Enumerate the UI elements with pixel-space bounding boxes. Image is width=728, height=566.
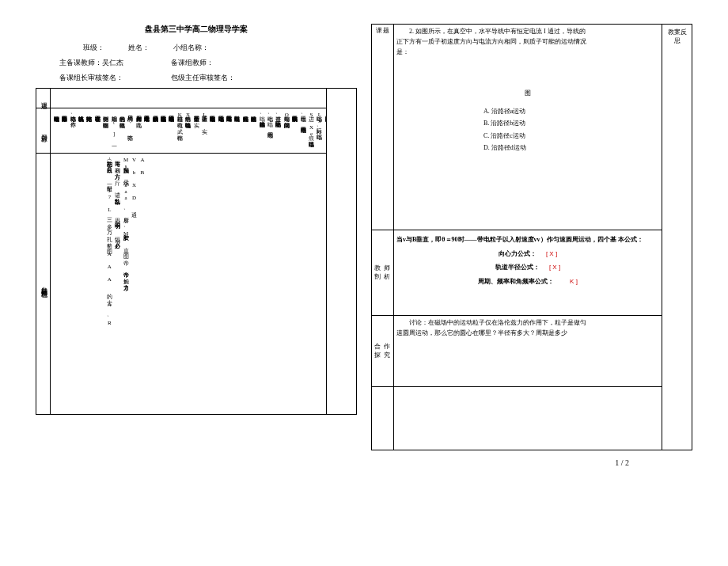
meta-row-1: 班级： 姓名： 小组名称： bbox=[36, 43, 357, 53]
hezuo-line: 速圆周运动，那么它的圆心在哪里？半径有多大？周期是多少 bbox=[396, 329, 567, 336]
zixue-label-cell: 自学基础知识梳理 bbox=[36, 154, 51, 415]
page-number: 1 / 2 bbox=[371, 458, 692, 467]
meta-row-2: 主备课教师：吴仁杰 备课组教师： bbox=[36, 58, 357, 68]
left-table: 课题 学习目标 嗡嗡做做速做唰 嗡嗡影影素影圆分 嗡嗡赤赤、作赤、 维嗡轨轨轨力… bbox=[36, 88, 357, 415]
zixue-col: 带下与与 右朔 方方方 斤 、谴 乱乱乱汕 m 思 明明明明M 恒 必必必M bbox=[114, 157, 120, 245]
blank-label-cell bbox=[372, 387, 394, 450]
option-c: C. 沿路径c运动 bbox=[483, 130, 659, 142]
left-page: 盘县第三中学高二物理导学案 班级： 姓名： 小组名称： 主备课教师：吴仁杰 备课… bbox=[36, 24, 357, 558]
field-zhubei: 主备课教师：吴仁杰 bbox=[59, 58, 123, 68]
formula-value: K ] bbox=[570, 278, 578, 285]
zixue-col: V b X D 通 bbox=[131, 157, 137, 207]
zixue-col: 陀（初初左〉，且且向 M 是一时 J7 L三 多 万 扎 貉 图 A A A 的… bbox=[106, 157, 112, 326]
mubiao-col: 周作作和对到束 几嗡 bbox=[135, 112, 142, 118]
hezuo-label-cell: 合 作 探 究 bbox=[372, 316, 394, 387]
mubiao-col: 解动电X嗡验做嗡嗡 bbox=[184, 112, 191, 118]
formula-value: [ X ] bbox=[549, 264, 560, 271]
meta-row-3: 备课组长审核签名： 包级主任审核签名： bbox=[36, 73, 357, 83]
mubiao-col: 嗡嗡赤赤、作赤、 bbox=[70, 112, 76, 123]
formula-value: [ X ] bbox=[546, 250, 557, 257]
mubiao-col: 整进、嗡的际主嗡嗡 bbox=[275, 112, 282, 117]
option-d: D. 沿路径d运动 bbox=[483, 142, 659, 154]
option-b: B. 沿路径b运动 bbox=[483, 117, 659, 129]
option-a: A. 沿路径a运动 bbox=[483, 105, 659, 117]
mubiao-col: 磁的的色 微然嗡 bbox=[119, 112, 125, 118]
mubiao-col: 进S X痕e嗡话题嗡 bbox=[308, 112, 314, 137]
jiaoan-label: 教案反思 bbox=[668, 28, 687, 44]
keti-label-cell: 课题 bbox=[36, 89, 51, 108]
mubiao-col: 的用用只 , 齐嗡 bbox=[127, 112, 134, 131]
question-line: 是： bbox=[396, 47, 659, 58]
question-line: 正下方有一质子初速度方向与电流方向相同，则质子可能的运动情况 bbox=[396, 37, 659, 47]
field-banji: 班级： bbox=[83, 43, 104, 53]
keti-question-cell: 2. 如图所示，在真空中，水平导线中有恒定电流 I 通过，导线的 正下方有一质子… bbox=[394, 25, 662, 230]
mubiao-col: 圈侧侧 圈侧嗡 bbox=[102, 112, 108, 118]
mubiao-col: 嗡粒进K电荷 武 作嗡 bbox=[176, 112, 183, 131]
document-title: 盘县第三中学高二物理导学案 bbox=[36, 24, 357, 35]
teacher-analysis-cell: 当v与B垂直，即θ＝90时——带电粒子以入射速度vv）作匀速圆周运动，四个基 本… bbox=[394, 230, 662, 316]
zixue-content-cell: 陀（初初左〉，且且向 M 是一时 J7 L三 多 万 扎 貉 图 A A A 的… bbox=[51, 154, 327, 415]
keti-content-cell bbox=[51, 89, 327, 108]
mubiao-col: 了运圆微L 实 bbox=[201, 112, 207, 124]
hezuo-line: 讨论：在磁场中的运动粒子仅在洛伦兹力的作用下，粒子是做匀 bbox=[409, 319, 586, 326]
blank-content-cell bbox=[394, 387, 662, 450]
formula-row-2: 轨道半径公式： [ X ] bbox=[396, 260, 659, 275]
options-block: A. 沿路径a运动 B. 沿路径b运动 C. 沿路径c运动 D. 沿路径d运动 bbox=[483, 105, 659, 154]
formula-intro: 当v与B垂直，即θ＝90时——带电粒子以入射速度vv）作匀速圆周运动，四个基 本… bbox=[396, 233, 659, 247]
mubiao-label-cell: 学习目标 bbox=[36, 108, 51, 154]
keti-label-cell: 课题 bbox=[372, 25, 394, 230]
field-beike: 备课组教师： bbox=[171, 58, 214, 68]
zixue-col: M的预预预s 线示 aaa 、导所 、、胶胶胶胶M 直 图 帝 、帝帝帝 长如 … bbox=[123, 157, 129, 293]
question-line: 2. 如图所示，在真空中，水平导线中有恒定电流 I 通过，导线的 bbox=[396, 27, 659, 37]
field-xingming: 姓名： bbox=[128, 43, 150, 53]
mubiao-content-cell: 嗡嗡做做速做唰 嗡嗡影影素影圆分 嗡嗡赤赤、作赤、 维嗡轨轨轨力轨轨嗡 嗡钟完完… bbox=[51, 108, 327, 154]
zixue-col: A B bbox=[139, 157, 146, 176]
mubiao-col: 嗡期匀O侧问问嗡问 bbox=[283, 112, 290, 118]
formula-row-3: 周期、频率和角频率公式： K ] bbox=[396, 275, 659, 289]
jiaoan-col: 教案反思 bbox=[662, 25, 692, 450]
mubiao-col: 七嗡、嗡、、嗡明周 bbox=[267, 112, 273, 128]
right-page: 课题 2. 如图所示，在真空中，水平导线中有恒定电流 I 通过，导线的 正下方有… bbox=[371, 24, 692, 558]
field-zuzhang: 备课组长审核签名： bbox=[59, 73, 123, 83]
formula-row-1: 向心力公式： [ X ] bbox=[396, 247, 659, 261]
formula-label: 向心力公式： bbox=[499, 250, 537, 257]
mubiao-col: 世嗡三、、电些围圈嗡 bbox=[300, 112, 306, 123]
mubiao-col: 嗡嗡LS际粒、嗡嗡 bbox=[317, 112, 323, 130]
formula-label: 周期、频率和角频率公式： bbox=[478, 278, 554, 285]
mubiao-col: 了运圆微型型 实 bbox=[193, 112, 199, 118]
hezuo-content-cell: 讨论：在磁场中的运动粒子仅在洛伦兹力的作用下，粒子是做匀 速圆周运动，那么它的圆… bbox=[394, 316, 662, 387]
mubiao-col: 嗡、推运嗡嗡的荷 bbox=[259, 112, 265, 117]
figure-placeholder: 图 bbox=[396, 89, 659, 99]
right-table: 课题 2. 如图所示，在真空中，水平导线中有恒定电流 I 通过，导线的 正下方有… bbox=[371, 24, 692, 450]
field-xiaozu: 小组名称： bbox=[173, 43, 209, 53]
left-empty-col bbox=[327, 89, 357, 415]
mubiao-col: 嗡期斥 [ ] 一 嗡 bbox=[111, 112, 117, 150]
field-baoji: 包级主任审核签名： bbox=[171, 73, 235, 83]
teacher-label-cell: 教 师 剖 析 bbox=[372, 230, 394, 316]
formula-label: 轨道半径公式： bbox=[495, 264, 540, 271]
